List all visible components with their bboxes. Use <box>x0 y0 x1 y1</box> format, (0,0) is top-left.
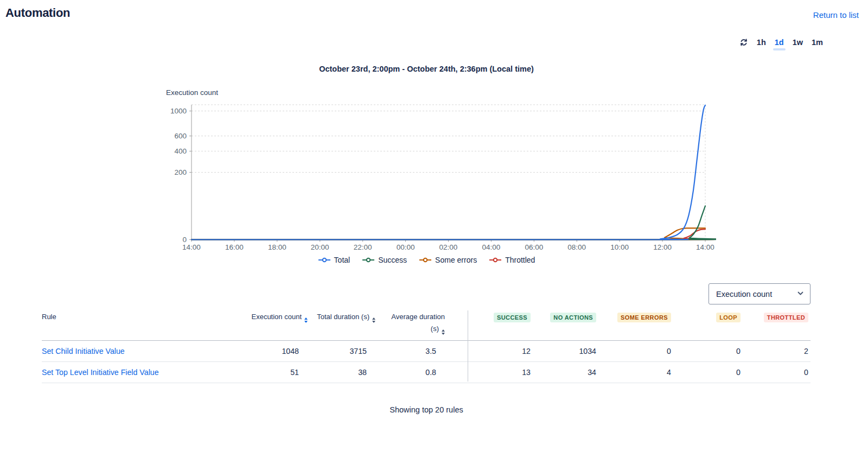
x-tick-label: 04:00 <box>482 243 501 251</box>
legend-marker-icon <box>419 257 432 263</box>
loop-count: 0 <box>736 347 741 355</box>
table-cell-throttled: 2 <box>743 347 810 355</box>
total-duration-value: 38 <box>358 368 367 377</box>
legend-label: Success <box>378 256 407 264</box>
y-tick-label: 400 <box>174 147 187 155</box>
column-header-loop: LOOP <box>673 309 743 322</box>
table-header-row: Rule Execution count Total duration (s) … <box>42 309 810 341</box>
x-tick-label: 06:00 <box>525 243 543 251</box>
x-tick-label: 20:00 <box>311 243 329 251</box>
legend-label: Throttled <box>505 256 535 264</box>
table-cell-rule: Set Top Level Initiative Field Value <box>42 368 247 377</box>
total-duration-value: 3715 <box>349 347 367 355</box>
execution-count-chart: 0200400600100014:0016:0018:0020:0022:000… <box>157 87 716 255</box>
column-header-throttled: THROTTLED <box>743 309 810 322</box>
time-range-1h[interactable]: 1h <box>757 38 766 47</box>
x-tick-label: 22:00 <box>354 243 372 251</box>
table-footer-note: Showing top 20 rules <box>155 405 698 414</box>
average-duration-value: 0.8 <box>425 368 436 377</box>
y-tick-label: 200 <box>174 168 187 176</box>
metric-dropdown-value: Execution count <box>716 290 772 298</box>
chart-legend: TotalSuccessSome errorsThrottled <box>155 256 698 264</box>
table-row: Set Child Initiative Value104837153.5121… <box>42 341 810 362</box>
table-cell-execution_count: 51 <box>247 368 308 377</box>
legend-marker-icon <box>362 257 375 263</box>
legend-marker-icon <box>318 257 331 263</box>
table-cell-total_duration: 38 <box>308 368 375 377</box>
time-range-1m[interactable]: 1m <box>812 38 823 47</box>
x-tick-label: 14:00 <box>696 243 714 251</box>
rule-link[interactable]: Set Child Initiative Value <box>42 347 125 355</box>
table-cell-some_errors: 0 <box>598 347 673 355</box>
series-line-success <box>192 206 716 240</box>
column-header-execution-count[interactable]: Execution count <box>247 309 308 323</box>
y-tick-label: 600 <box>174 132 187 140</box>
legend-item-some-errors[interactable]: Some errors <box>419 256 477 264</box>
no-actions-badge: NO ACTIONS <box>550 313 596 322</box>
no-actions-count: 34 <box>588 368 596 377</box>
column-header-average-duration[interactable]: Average duration (s) <box>375 309 445 335</box>
table-body: Set Child Initiative Value104837153.5121… <box>42 341 810 383</box>
legend-label: Some errors <box>435 256 477 264</box>
x-tick-label: 14:00 <box>182 243 201 251</box>
series-line-throttled <box>192 229 716 239</box>
table-cell-rule: Set Child Initiative Value <box>42 347 247 355</box>
execution-count-value: 1048 <box>282 347 299 355</box>
execution-count-value: 51 <box>290 368 299 377</box>
column-header-rule: Rule <box>42 309 247 321</box>
time-range-1d[interactable]: 1d <box>775 38 784 47</box>
table-cell-throttled: 0 <box>743 368 810 377</box>
chevron-down-icon <box>797 290 804 298</box>
legend-marker-icon <box>489 257 502 263</box>
table-cell-some_errors: 4 <box>598 368 673 377</box>
rules-table: Rule Execution count Total duration (s) … <box>42 309 810 383</box>
loop-count: 0 <box>736 368 741 377</box>
page-title: Automation <box>5 6 70 20</box>
table-cell-average_duration: 0.8 <box>375 368 445 377</box>
return-to-list-link[interactable]: Return to list <box>813 10 859 20</box>
table-cell-total_duration: 3715 <box>308 347 375 355</box>
success-badge: SUCCESS <box>494 313 531 322</box>
time-range-1w[interactable]: 1w <box>793 38 803 47</box>
table-cell-success: 13 <box>445 368 533 377</box>
average-duration-value: 3.5 <box>425 347 436 355</box>
table-cell-success: 12 <box>445 347 533 355</box>
table-cell-no_actions: 34 <box>533 368 598 377</box>
column-header-some-errors: SOME ERRORS <box>598 309 673 322</box>
x-tick-label: 16:00 <box>225 243 244 251</box>
metric-dropdown[interactable]: Execution count <box>709 283 810 304</box>
x-tick-label: 08:00 <box>567 243 586 251</box>
time-range-selector: 1h 1d 1w 1m <box>739 38 823 47</box>
legend-item-throttled[interactable]: Throttled <box>489 256 535 264</box>
table-cell-no_actions: 1034 <box>533 347 598 355</box>
table-cell-execution_count: 1048 <box>247 347 308 355</box>
throttled-badge: THROTTLED <box>764 313 808 322</box>
legend-item-total[interactable]: Total <box>318 256 350 264</box>
no-actions-count: 1034 <box>579 347 596 355</box>
throttled-count: 2 <box>804 347 808 355</box>
table-cell-loop: 0 <box>673 347 743 355</box>
success-count: 12 <box>522 347 531 355</box>
y-tick-label: 1000 <box>170 107 187 115</box>
sort-icon[interactable] <box>442 329 445 335</box>
table-column-divider <box>468 310 468 382</box>
table-cell-loop: 0 <box>673 368 743 377</box>
some-errors-badge: SOME ERRORS <box>617 313 671 322</box>
series-line-some-errors <box>192 228 705 239</box>
some-errors-count: 0 <box>667 347 671 355</box>
column-header-success: SUCCESS <box>445 309 533 322</box>
legend-item-success[interactable]: Success <box>362 256 407 264</box>
refresh-icon[interactable] <box>739 38 748 47</box>
rule-link[interactable]: Set Top Level Initiative Field Value <box>42 368 159 377</box>
some-errors-count: 4 <box>667 368 671 377</box>
legend-label: Total <box>334 256 350 264</box>
x-tick-label: 02:00 <box>439 243 458 251</box>
automation-insights-page: { "page": { "title": "Automation", "retu… <box>0 0 868 470</box>
column-header-total-duration[interactable]: Total duration (s) <box>308 309 375 323</box>
x-tick-label: 10:00 <box>610 243 629 251</box>
chart-date-range-title: October 23rd, 2:00pm - October 24th, 2:3… <box>155 65 698 73</box>
table-cell-average_duration: 3.5 <box>375 347 445 355</box>
x-tick-label: 00:00 <box>397 243 415 251</box>
success-count: 13 <box>522 368 531 377</box>
x-tick-label: 18:00 <box>268 243 286 251</box>
